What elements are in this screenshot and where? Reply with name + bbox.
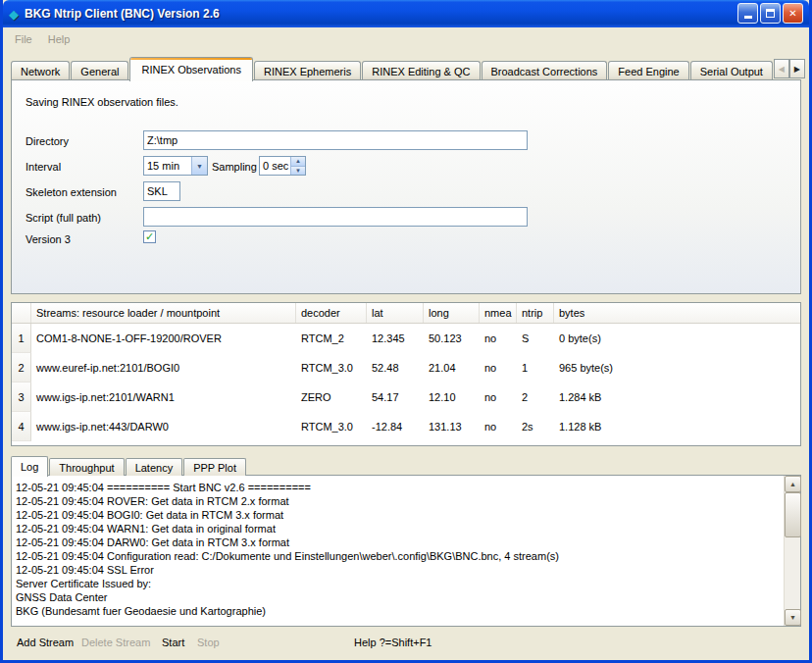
script-full-path-input[interactable] — [143, 207, 528, 227]
cell-mountpoint: www.igs-ip.net:2101/WARN1 — [31, 382, 296, 412]
table-row[interactable]: 2 www.euref-ip.net:2101/BOGI0 RTCM_3.0 5… — [12, 353, 800, 382]
tab-rinex-observations[interactable]: RINEX Observations — [129, 57, 252, 81]
cell-nmea: no — [480, 412, 517, 441]
window-controls: ✕ — [737, 3, 803, 24]
log-line: 12-05-21 09:45:04 Configuration read: C:… — [16, 549, 779, 563]
header-long[interactable]: long — [424, 303, 480, 323]
cell-lat: 52.48 — [367, 353, 424, 382]
scroll-down-icon: ▼ — [789, 614, 796, 621]
scroll-down-button[interactable]: ▼ — [785, 609, 801, 626]
header-decoder[interactable]: decoder — [296, 303, 367, 323]
log-area[interactable]: 12-05-21 09:45:04 ========== Start BNC v… — [11, 475, 801, 627]
log-scrollbar[interactable]: ▲ ▼ — [784, 476, 800, 626]
delete-stream-button[interactable]: Delete Stream — [81, 637, 150, 648]
tab-scroll-buttons: ◀ ▶ — [774, 59, 805, 78]
header-corner — [12, 303, 31, 323]
header-mountpoint[interactable]: Streams: resource loader / mountpoint — [31, 303, 296, 323]
add-stream-button[interactable]: Add Stream — [17, 637, 74, 648]
version3-label: Version 3 — [25, 233, 71, 245]
spin-up-icon[interactable]: ▲ — [291, 157, 305, 167]
cell-decoder: RTCM_3.0 — [296, 353, 367, 382]
log-line: 12-05-21 09:45:04 SSL Error — [16, 563, 779, 577]
cell-long: 12.10 — [424, 382, 480, 412]
window-title: BKG Ntrip Client (BNC) Version 2.6 — [25, 7, 220, 21]
tab-general[interactable]: General — [71, 61, 128, 80]
cell-long: 131.13 — [424, 412, 480, 441]
log-line: Server Certificate Issued by: — [16, 577, 779, 590]
stop-button[interactable]: Stop — [197, 637, 220, 648]
log-line: 12-05-21 09:45:04 ROVER: Get data in RTC… — [16, 494, 779, 508]
tab-feed-engine[interactable]: Feed Engine — [608, 61, 688, 80]
cell-ntrip: S — [517, 324, 554, 353]
cell-ntrip: 2 — [517, 382, 554, 412]
log-tab-bar: Log Throughput Latency PPP Plot — [11, 455, 247, 476]
checkmark-icon: ✓ — [145, 231, 154, 242]
tab-throughput[interactable]: Throughput — [49, 458, 124, 476]
cell-bytes: 1.284 kB — [554, 382, 800, 412]
script-full-path-label: Script (full path) — [25, 212, 101, 224]
tab-log[interactable]: Log — [11, 456, 48, 477]
table-row[interactable]: 3 www.igs-ip.net:2101/WARN1 ZERO 54.17 1… — [12, 382, 800, 412]
tab-serial-output[interactable]: Serial Output — [690, 61, 773, 80]
header-bytes[interactable]: bytes — [554, 303, 800, 323]
app-icon: ◆ — [9, 8, 19, 21]
maximize-button[interactable] — [760, 3, 781, 24]
tab-broadcast-corrections[interactable]: Broadcast Corrections — [482, 61, 608, 80]
maximize-icon — [766, 9, 775, 18]
rinex-observations-panel: Saving RINEX observation files. Director… — [11, 79, 801, 294]
log-content: 12-05-21 09:45:04 ========== Start BNC v… — [12, 476, 783, 626]
sampling-value: 0 sec — [260, 157, 290, 175]
panel-description: Saving RINEX observation files. — [25, 96, 178, 108]
header-ntrip[interactable]: ntrip — [517, 303, 554, 323]
cell-bytes: 0 byte(s) — [554, 324, 800, 353]
sampling-spinner[interactable]: 0 sec ▲ ▼ — [259, 156, 306, 176]
row-number: 3 — [12, 382, 31, 412]
help-shortcut-label: Help ?=Shift+F1 — [354, 637, 432, 648]
header-nmea[interactable]: nmea — [480, 303, 517, 323]
cell-decoder: RTCM_3.0 — [296, 412, 367, 441]
dropdown-arrow-icon[interactable]: ▼ — [191, 157, 207, 175]
log-line: 12-05-21 09:45:04 ========== Start BNC v… — [16, 481, 779, 494]
minimize-button[interactable] — [737, 3, 758, 24]
table-row[interactable]: 1 COM1-8-NONE-1-OFF-19200/ROVER RTCM_2 1… — [12, 324, 800, 353]
tab-latency[interactable]: Latency — [126, 458, 183, 476]
tab-network[interactable]: Network — [11, 61, 70, 80]
scroll-up-button[interactable]: ▲ — [785, 476, 801, 492]
bottom-toolbar: Add Stream Delete Stream Start Stop Help… — [3, 628, 809, 660]
directory-input[interactable] — [143, 130, 528, 150]
tab-rinex-editing-qc[interactable]: RINEX Editing & QC — [362, 61, 480, 80]
table-row[interactable]: 4 www.igs-ip.net:443/DARW0 RTCM_3.0 -12.… — [12, 412, 800, 441]
interval-label: Interval — [25, 161, 61, 173]
cell-mountpoint: COM1-8-NONE-1-OFF-19200/ROVER — [31, 324, 296, 353]
menu-file[interactable]: File — [7, 31, 40, 47]
cell-nmea: no — [480, 382, 517, 412]
start-button[interactable]: Start — [162, 637, 184, 648]
menu-bar: File Help — [3, 27, 809, 51]
version3-checkbox[interactable]: ✓ — [143, 230, 156, 243]
cell-decoder: ZERO — [296, 382, 367, 412]
streams-table: Streams: resource loader / mountpoint de… — [11, 302, 801, 446]
title-bar: ◆ BKG Ntrip Client (BNC) Version 2.6 ✕ — [3, 0, 809, 27]
log-line: 12-05-21 09:45:04 BOGI0: Get data in RTC… — [16, 508, 779, 522]
close-button[interactable]: ✕ — [783, 3, 803, 24]
cell-bytes: 1.128 kB — [554, 412, 800, 441]
cell-long: 21.04 — [424, 353, 480, 382]
tab-rinex-ephemeris[interactable]: RINEX Ephemeris — [254, 61, 361, 80]
tab-bar: Network General RINEX Observations RINEX… — [11, 56, 801, 80]
menu-help[interactable]: Help — [40, 31, 78, 47]
row-number: 1 — [12, 324, 31, 353]
tab-scroll-right-button[interactable]: ▶ — [789, 59, 805, 78]
row-number: 4 — [12, 412, 31, 441]
close-icon: ✕ — [788, 8, 796, 19]
scrollbar-thumb[interactable] — [785, 492, 801, 537]
sampling-label: Sampling — [212, 161, 257, 173]
spin-down-icon[interactable]: ▼ — [291, 167, 305, 176]
cell-bytes: 965 byte(s) — [554, 353, 800, 382]
tab-ppp-plot[interactable]: PPP Plot — [183, 458, 246, 476]
tab-scroll-right-icon: ▶ — [794, 65, 800, 74]
header-lat[interactable]: lat — [367, 303, 424, 323]
cell-lat: 12.345 — [367, 324, 424, 353]
tab-scroll-left-button[interactable]: ◀ — [774, 59, 789, 78]
interval-select[interactable]: 15 min ▼ — [143, 156, 208, 176]
skeleton-extension-input[interactable] — [143, 181, 180, 201]
